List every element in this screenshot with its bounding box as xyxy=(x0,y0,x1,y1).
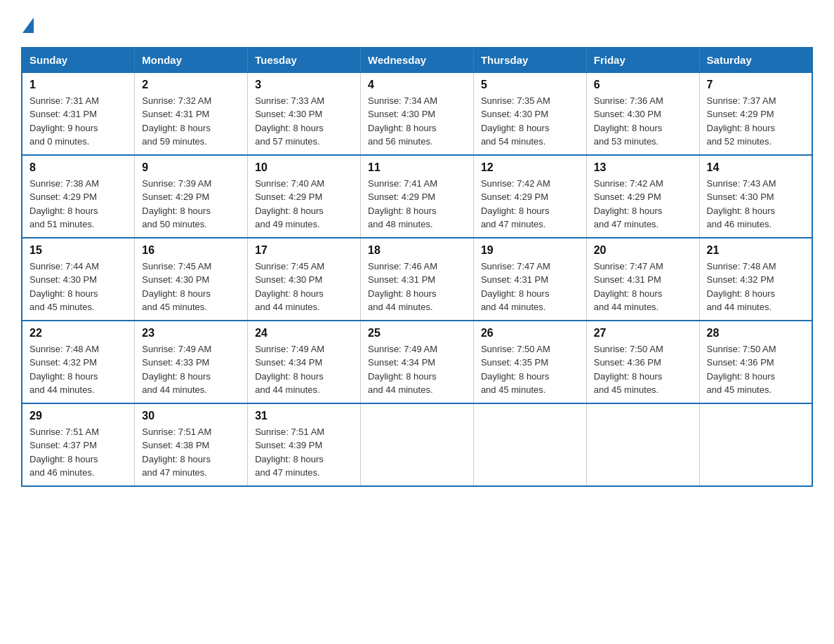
calendar-day-cell: 2Sunrise: 7:32 AMSunset: 4:31 PMDaylight… xyxy=(135,72,248,155)
calendar-week-row: 8Sunrise: 7:38 AMSunset: 4:29 PMDaylight… xyxy=(22,155,812,238)
calendar-day-cell: 5Sunrise: 7:35 AMSunset: 4:30 PMDaylight… xyxy=(473,72,586,155)
day-number: 10 xyxy=(255,161,353,174)
day-info: Sunrise: 7:45 AMSunset: 4:30 PMDaylight:… xyxy=(255,260,353,314)
calendar-day-cell xyxy=(361,403,474,486)
calendar-day-cell: 11Sunrise: 7:41 AMSunset: 4:29 PMDayligh… xyxy=(361,155,474,238)
calendar-day-cell: 4Sunrise: 7:34 AMSunset: 4:30 PMDaylight… xyxy=(361,72,474,155)
day-number: 19 xyxy=(481,244,579,257)
day-of-week-header: Wednesday xyxy=(361,48,474,72)
calendar-day-cell: 31Sunrise: 7:51 AMSunset: 4:39 PMDayligh… xyxy=(248,403,361,486)
day-number: 20 xyxy=(594,244,692,257)
day-number: 22 xyxy=(29,327,127,340)
calendar-day-cell: 16Sunrise: 7:45 AMSunset: 4:30 PMDayligh… xyxy=(135,238,248,321)
day-info: Sunrise: 7:49 AMSunset: 4:34 PMDaylight:… xyxy=(255,342,353,397)
day-number: 14 xyxy=(707,161,805,174)
day-info: Sunrise: 7:51 AMSunset: 4:37 PMDaylight:… xyxy=(29,425,127,480)
day-of-week-header: Tuesday xyxy=(248,48,361,72)
calendar-day-cell xyxy=(699,403,812,486)
day-info: Sunrise: 7:46 AMSunset: 4:31 PMDaylight:… xyxy=(368,260,466,314)
day-info: Sunrise: 7:32 AMSunset: 4:31 PMDaylight:… xyxy=(142,94,240,149)
day-info: Sunrise: 7:37 AMSunset: 4:29 PMDaylight:… xyxy=(707,94,805,149)
day-number: 27 xyxy=(594,327,692,340)
day-info: Sunrise: 7:36 AMSunset: 4:30 PMDaylight:… xyxy=(594,94,692,149)
day-number: 1 xyxy=(29,79,127,91)
calendar-day-cell: 21Sunrise: 7:48 AMSunset: 4:32 PMDayligh… xyxy=(699,238,812,321)
day-info: Sunrise: 7:48 AMSunset: 4:32 PMDaylight:… xyxy=(707,260,805,314)
day-info: Sunrise: 7:44 AMSunset: 4:30 PMDaylight:… xyxy=(29,260,127,314)
day-info: Sunrise: 7:42 AMSunset: 4:29 PMDaylight:… xyxy=(481,177,579,232)
calendar-header-row: SundayMondayTuesdayWednesdayThursdayFrid… xyxy=(22,48,812,72)
calendar-day-cell: 30Sunrise: 7:51 AMSunset: 4:38 PMDayligh… xyxy=(135,403,248,486)
day-info: Sunrise: 7:51 AMSunset: 4:39 PMDaylight:… xyxy=(255,425,353,480)
day-number: 21 xyxy=(707,244,805,257)
day-number: 18 xyxy=(368,244,466,257)
day-number: 16 xyxy=(142,244,240,257)
day-info: Sunrise: 7:47 AMSunset: 4:31 PMDaylight:… xyxy=(594,260,692,314)
day-number: 26 xyxy=(481,327,579,340)
day-of-week-header: Sunday xyxy=(22,48,135,72)
day-number: 5 xyxy=(481,79,579,91)
day-number: 29 xyxy=(29,410,127,422)
day-info: Sunrise: 7:43 AMSunset: 4:30 PMDaylight:… xyxy=(707,177,805,232)
calendar-week-row: 22Sunrise: 7:48 AMSunset: 4:32 PMDayligh… xyxy=(22,321,812,403)
day-number: 24 xyxy=(255,327,353,340)
page-header xyxy=(21,14,813,33)
day-number: 30 xyxy=(142,410,240,422)
day-info: Sunrise: 7:35 AMSunset: 4:30 PMDaylight:… xyxy=(481,94,579,149)
day-number: 17 xyxy=(255,244,353,257)
day-number: 3 xyxy=(255,79,353,91)
calendar-day-cell: 9Sunrise: 7:39 AMSunset: 4:29 PMDaylight… xyxy=(135,155,248,238)
day-info: Sunrise: 7:49 AMSunset: 4:34 PMDaylight:… xyxy=(368,342,466,397)
logo-triangle-icon xyxy=(22,18,38,33)
day-number: 2 xyxy=(142,79,240,91)
calendar-day-cell: 15Sunrise: 7:44 AMSunset: 4:30 PMDayligh… xyxy=(22,238,135,321)
day-of-week-header: Monday xyxy=(135,48,248,72)
calendar-day-cell: 7Sunrise: 7:37 AMSunset: 4:29 PMDaylight… xyxy=(699,72,812,155)
calendar-day-cell xyxy=(586,403,699,486)
day-number: 11 xyxy=(368,161,466,174)
day-info: Sunrise: 7:48 AMSunset: 4:32 PMDaylight:… xyxy=(29,342,127,397)
calendar-day-cell: 19Sunrise: 7:47 AMSunset: 4:31 PMDayligh… xyxy=(473,238,586,321)
day-info: Sunrise: 7:39 AMSunset: 4:29 PMDaylight:… xyxy=(142,177,240,232)
day-number: 8 xyxy=(29,161,127,174)
day-number: 6 xyxy=(594,79,692,91)
calendar-day-cell: 8Sunrise: 7:38 AMSunset: 4:29 PMDaylight… xyxy=(22,155,135,238)
day-info: Sunrise: 7:31 AMSunset: 4:31 PMDaylight:… xyxy=(29,94,127,149)
calendar-day-cell: 29Sunrise: 7:51 AMSunset: 4:37 PMDayligh… xyxy=(22,403,135,486)
day-number: 28 xyxy=(707,327,805,340)
day-number: 7 xyxy=(707,79,805,91)
day-number: 4 xyxy=(368,79,466,91)
calendar-day-cell: 22Sunrise: 7:48 AMSunset: 4:32 PMDayligh… xyxy=(22,321,135,403)
calendar-day-cell: 23Sunrise: 7:49 AMSunset: 4:33 PMDayligh… xyxy=(135,321,248,403)
day-info: Sunrise: 7:47 AMSunset: 4:31 PMDaylight:… xyxy=(481,260,579,314)
calendar-day-cell: 26Sunrise: 7:50 AMSunset: 4:35 PMDayligh… xyxy=(473,321,586,403)
calendar-day-cell xyxy=(473,403,586,486)
day-info: Sunrise: 7:51 AMSunset: 4:38 PMDaylight:… xyxy=(142,425,240,480)
day-info: Sunrise: 7:38 AMSunset: 4:29 PMDaylight:… xyxy=(29,177,127,232)
calendar-day-cell: 12Sunrise: 7:42 AMSunset: 4:29 PMDayligh… xyxy=(473,155,586,238)
calendar-day-cell: 6Sunrise: 7:36 AMSunset: 4:30 PMDaylight… xyxy=(586,72,699,155)
day-number: 15 xyxy=(29,244,127,257)
logo xyxy=(21,14,38,33)
day-of-week-header: Saturday xyxy=(699,48,812,72)
day-info: Sunrise: 7:49 AMSunset: 4:33 PMDaylight:… xyxy=(142,342,240,397)
day-number: 9 xyxy=(142,161,240,174)
day-info: Sunrise: 7:42 AMSunset: 4:29 PMDaylight:… xyxy=(594,177,692,232)
day-info: Sunrise: 7:40 AMSunset: 4:29 PMDaylight:… xyxy=(255,177,353,232)
day-number: 12 xyxy=(481,161,579,174)
calendar-table: SundayMondayTuesdayWednesdayThursdayFrid… xyxy=(21,47,813,487)
calendar-day-cell: 25Sunrise: 7:49 AMSunset: 4:34 PMDayligh… xyxy=(361,321,474,403)
day-info: Sunrise: 7:45 AMSunset: 4:30 PMDaylight:… xyxy=(142,260,240,314)
day-info: Sunrise: 7:33 AMSunset: 4:30 PMDaylight:… xyxy=(255,94,353,149)
calendar-week-row: 29Sunrise: 7:51 AMSunset: 4:37 PMDayligh… xyxy=(22,403,812,486)
day-info: Sunrise: 7:41 AMSunset: 4:29 PMDaylight:… xyxy=(368,177,466,232)
day-number: 13 xyxy=(594,161,692,174)
calendar-day-cell: 28Sunrise: 7:50 AMSunset: 4:36 PMDayligh… xyxy=(699,321,812,403)
day-info: Sunrise: 7:50 AMSunset: 4:36 PMDaylight:… xyxy=(594,342,692,397)
calendar-day-cell: 24Sunrise: 7:49 AMSunset: 4:34 PMDayligh… xyxy=(248,321,361,403)
day-of-week-header: Friday xyxy=(586,48,699,72)
svg-marker-0 xyxy=(22,18,34,33)
calendar-day-cell: 1Sunrise: 7:31 AMSunset: 4:31 PMDaylight… xyxy=(22,72,135,155)
calendar-day-cell: 27Sunrise: 7:50 AMSunset: 4:36 PMDayligh… xyxy=(586,321,699,403)
day-info: Sunrise: 7:50 AMSunset: 4:35 PMDaylight:… xyxy=(481,342,579,397)
